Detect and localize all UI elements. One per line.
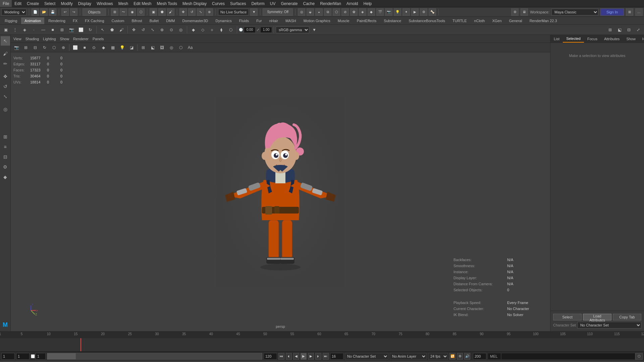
rp-tab-help[interactable]: Help: [639, 35, 644, 43]
rotate2-btn[interactable]: ↺: [139, 25, 148, 34]
channel-icon[interactable]: ≡: [1, 142, 10, 152]
layer-icon[interactable]: ⊞: [1, 132, 10, 141]
shader-btn[interactable]: ◈: [359, 8, 366, 16]
tab-dynamics[interactable]: Dynamics: [212, 17, 235, 24]
light-btn[interactable]: 💡: [394, 8, 401, 16]
anim-layer-select[interactable]: No Anim Layer: [390, 353, 427, 360]
vp-shadow-btn[interactable]: ◪: [127, 43, 136, 52]
menu-display[interactable]: Display: [75, 0, 94, 7]
menu-renderman[interactable]: RenderMan: [317, 0, 344, 7]
key-sel-btn[interactable]: ◇: [198, 25, 207, 34]
current-frame-right[interactable]: [330, 353, 343, 360]
tab-turtle[interactable]: TURTLE: [449, 17, 470, 24]
render-view-btn[interactable]: 🖥: [521, 8, 528, 16]
snap-point-btn[interactable]: ◉: [128, 8, 136, 16]
tab-substancebonus[interactable]: SubstanceBonusTools: [405, 17, 448, 24]
load-attributes-btn[interactable]: Load Attributes: [583, 314, 611, 320]
rotate-btn[interactable]: ↺: [188, 8, 196, 16]
quick-sel-icon[interactable]: ◆: [1, 172, 10, 182]
no-live-surface[interactable]: No Live Surface: [218, 9, 249, 15]
vp-smooth-btn[interactable]: ■: [80, 43, 89, 52]
timeline-ruler[interactable]: 1510152025303540455055606570758085909510…: [0, 331, 644, 338]
cam-btn[interactable]: 📷: [385, 8, 392, 16]
tab-nhair[interactable]: nHair: [266, 17, 281, 24]
menu-mesh-tools[interactable]: Mesh Tools: [154, 0, 180, 7]
colorspace-dropdown[interactable]: ▼: [310, 25, 319, 34]
sign-in-btn[interactable]: Sign In: [600, 8, 624, 16]
turntable-btn[interactable]: ↻: [86, 25, 95, 34]
pb-settings-btn[interactable]: ⚙: [457, 353, 463, 360]
brush-tool-icon[interactable]: ✏: [1, 59, 10, 68]
new-scene-btn[interactable]: 📄: [32, 8, 39, 16]
tab-xgen[interactable]: XGen: [489, 17, 505, 24]
scale-field[interactable]: [260, 27, 272, 33]
snap-view-btn[interactable]: ⬡: [137, 8, 145, 16]
wrap-btn[interactable]: ⬠: [333, 8, 340, 16]
snap-grid-btn[interactable]: ⊞: [111, 8, 118, 16]
vp-isolate-btn[interactable]: ◎: [167, 43, 176, 52]
maya-logo[interactable]: M: [3, 321, 8, 328]
vp-menu-view[interactable]: View: [13, 37, 21, 41]
rp-tab-selected[interactable]: Selected: [563, 35, 584, 43]
vp-grid-btn[interactable]: ⊞: [139, 43, 148, 52]
copy-tab-btn[interactable]: Copy Tab: [613, 314, 641, 320]
vp-menu-lighting[interactable]: Lighting: [43, 37, 56, 41]
rig-btn[interactable]: 🦴: [429, 8, 436, 16]
rp-tab-show[interactable]: Show: [623, 35, 639, 43]
rp-tab-list[interactable]: List: [550, 35, 563, 43]
maximize-btn[interactable]: ⤢: [634, 25, 643, 34]
fps-select[interactable]: 24 fps: [428, 353, 448, 360]
go-start-btn[interactable]: ⏮: [278, 353, 284, 360]
viewport-main[interactable]: Verts: 15877 0 0 Edges: 33117 0 0 Faces:…: [11, 52, 550, 331]
tweak-btn[interactable]: ⬙: [307, 8, 314, 16]
menu-mesh[interactable]: Mesh: [116, 0, 131, 7]
tab-fx[interactable]: FX: [69, 17, 81, 24]
particle-btn[interactable]: ✦: [402, 8, 410, 16]
isolate-btn[interactable]: ◎: [176, 25, 185, 34]
character-set-bottom[interactable]: No Character Set: [345, 353, 388, 360]
scale2-btn[interactable]: ⤡: [148, 25, 157, 34]
menu-modify[interactable]: Modify: [58, 0, 75, 7]
tab-bullet[interactable]: Bullet: [146, 17, 162, 24]
menu-edit[interactable]: Edit: [12, 0, 24, 7]
vp-menu-show[interactable]: Show: [60, 37, 69, 41]
menu-create[interactable]: Create: [24, 0, 42, 7]
undo-btn[interactable]: ↩: [61, 8, 69, 16]
rotate-tool-icon[interactable]: ↺: [1, 82, 10, 91]
vertex-btn[interactable]: ·: [30, 25, 38, 34]
soft-sel-icon[interactable]: ◎: [1, 105, 10, 114]
move-btn[interactable]: ✥: [179, 8, 187, 16]
tab-renderman[interactable]: RenderMan 22.3: [526, 17, 560, 24]
key-all-btn[interactable]: ◆: [189, 25, 198, 34]
snap-curve-btn[interactable]: 〜: [120, 8, 127, 16]
select-mode-btn[interactable]: ▣: [1, 25, 10, 34]
show-manip-btn[interactable]: ⊙: [167, 25, 176, 34]
deform-btn[interactable]: ⬥: [315, 8, 323, 16]
edge-btn[interactable]: —: [39, 25, 48, 34]
paint-sel2-btn[interactable]: 🖌: [117, 25, 126, 34]
menu-mesh-display[interactable]: Mesh Display: [180, 0, 209, 7]
tab-motion-graphics[interactable]: Motion Graphics: [300, 17, 334, 24]
breakdown-btn[interactable]: ⧫: [217, 25, 226, 34]
material-btn[interactable]: ◆: [368, 8, 375, 16]
camera-persp-btn[interactable]: 📷: [67, 25, 76, 34]
vp-menu-panels[interactable]: Panels: [93, 37, 104, 41]
sculpt-btn[interactable]: ✿: [350, 8, 358, 16]
menu-cache[interactable]: Cache: [300, 0, 317, 7]
go-end-btn[interactable]: ⏭: [323, 353, 329, 360]
panel-btn[interactable]: ⬕: [615, 25, 624, 34]
viewport-btn[interactable]: ⊟: [625, 25, 633, 34]
anim-check[interactable]: [31, 354, 35, 358]
tool-settings-icon[interactable]: ⚙: [1, 162, 10, 172]
vp-dolly-btn[interactable]: ⊕: [59, 43, 68, 52]
tab-fx-caching[interactable]: FX Caching: [82, 17, 107, 24]
vp-frame-all-btn[interactable]: ⊞: [21, 43, 30, 52]
tab-general[interactable]: General: [506, 17, 526, 24]
end-frame-right[interactable]: [473, 353, 486, 360]
live-surface-dropdown[interactable]: ▼: [250, 8, 258, 16]
select-mode-icon[interactable]: ↖: [1, 36, 10, 46]
attr-icon[interactable]: ⊟: [1, 152, 10, 162]
menu-select[interactable]: Select: [42, 0, 58, 7]
menu-help[interactable]: Help: [361, 0, 375, 7]
redo-btn[interactable]: ↪: [70, 8, 77, 16]
